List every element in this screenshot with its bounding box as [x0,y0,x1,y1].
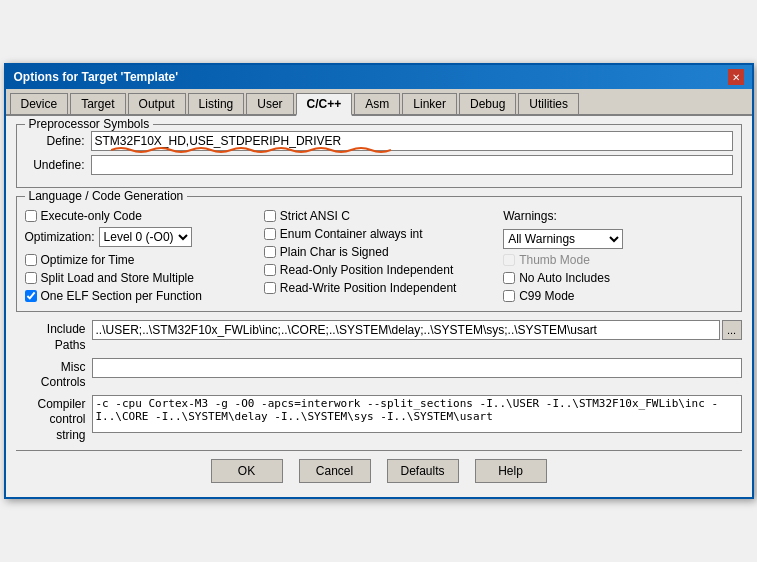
split-load-row: Split Load and Store Multiple [25,271,254,285]
split-load-checkbox[interactable] [25,272,37,284]
read-only-pos-row: Read-Only Position Independent [264,263,493,277]
tab-listing[interactable]: Listing [188,93,245,114]
plain-char-row: Plain Char is Signed [264,245,493,259]
c99-mode-checkbox[interactable] [503,290,515,302]
one-elf-label: One ELF Section per Function [41,289,202,303]
include-paths-input[interactable] [92,320,720,340]
no-auto-includes-checkbox[interactable] [503,272,515,284]
tab-user[interactable]: User [246,93,293,114]
close-button[interactable]: ✕ [728,69,744,85]
include-paths-row: IncludePaths ... [16,320,742,353]
preprocessor-group: Preprocessor Symbols Define: Undefine: [16,124,742,188]
thumb-mode-label: Thumb Mode [519,253,590,267]
c99-mode-row: C99 Mode [503,289,732,303]
tab-bar: Device Target Output Listing User C/C++ … [6,89,752,116]
misc-controls-input[interactable] [92,358,742,378]
compiler-control-label: Compilercontrolstring [16,395,86,444]
compiler-control-textarea[interactable]: -c -cpu Cortex-M3 -g -O0 -apcs=interwork… [92,395,742,433]
defaults-button[interactable]: Defaults [387,459,459,483]
help-button[interactable]: Help [475,459,547,483]
execute-only-label: Execute-only Code [41,209,142,223]
include-paths-browse-button[interactable]: ... [722,320,742,340]
define-label: Define: [25,134,85,148]
compiler-control-row: Compilercontrolstring -c -cpu Cortex-M3 … [16,395,742,444]
left-column: Execute-only Code Optimization: Level 0 … [25,209,254,303]
warnings-select-row: All Warnings No Warnings [503,229,732,249]
thumb-mode-row: Thumb Mode [503,253,732,267]
dialog-title: Options for Target 'Template' [14,70,179,84]
execute-only-checkbox[interactable] [25,210,37,222]
misc-controls-label: MiscControls [16,358,86,391]
optimization-label: Optimization: [25,230,95,244]
optimization-select[interactable]: Level 0 (-O0) Level 1 (-O1) Level 2 (-O2… [99,227,192,247]
tab-output[interactable]: Output [128,93,186,114]
read-only-pos-label: Read-Only Position Independent [280,263,453,277]
content-area: Preprocessor Symbols Define: Undefine: L… [6,116,752,496]
optimize-time-row: Optimize for Time [25,253,254,267]
misc-controls-input-wrap [92,358,742,378]
mid-column: Strict ANSI C Enum Container always int … [264,209,493,303]
optimization-row: Optimization: Level 0 (-O0) Level 1 (-O1… [25,227,254,247]
enum-container-row: Enum Container always int [264,227,493,241]
undefine-row: Undefine: [25,155,733,175]
misc-controls-row: MiscControls [16,358,742,391]
tab-device[interactable]: Device [10,93,69,114]
plain-char-checkbox[interactable] [264,246,276,258]
include-paths-input-wrap: ... [92,320,742,340]
undefine-input[interactable] [91,155,733,175]
read-write-pos-checkbox[interactable] [264,282,276,294]
no-auto-includes-label: No Auto Includes [519,271,610,285]
thumb-mode-checkbox[interactable] [503,254,515,266]
tab-utilities[interactable]: Utilities [518,93,579,114]
warnings-label: Warnings: [503,209,732,223]
execute-only-row: Execute-only Code [25,209,254,223]
define-input[interactable] [91,131,733,151]
lang-group-title: Language / Code Generation [25,189,188,203]
title-bar: Options for Target 'Template' ✕ [6,65,752,89]
warnings-select[interactable]: All Warnings No Warnings [503,229,623,249]
enum-container-checkbox[interactable] [264,228,276,240]
no-auto-includes-row: No Auto Includes [503,271,732,285]
one-elf-row: One ELF Section per Function [25,289,254,303]
dialog: Options for Target 'Template' ✕ Device T… [4,63,754,498]
plain-char-label: Plain Char is Signed [280,245,389,259]
compiler-control-input-wrap: -c -cpu Cortex-M3 -g -O0 -apcs=interwork… [92,395,742,433]
button-bar: OK Cancel Defaults Help [16,450,742,489]
read-write-pos-label: Read-Write Position Independent [280,281,457,295]
tab-asm[interactable]: Asm [354,93,400,114]
tab-target[interactable]: Target [70,93,125,114]
preprocessor-group-title: Preprocessor Symbols [25,117,154,131]
read-only-pos-checkbox[interactable] [264,264,276,276]
right-column: Warnings: All Warnings No Warnings Thumb… [503,209,732,303]
strict-ansi-row: Strict ANSI C [264,209,493,223]
ok-button[interactable]: OK [211,459,283,483]
enum-container-label: Enum Container always int [280,227,423,241]
cancel-button[interactable]: Cancel [299,459,371,483]
optimize-time-label: Optimize for Time [41,253,135,267]
strict-ansi-checkbox[interactable] [264,210,276,222]
tab-linker[interactable]: Linker [402,93,457,114]
tab-cpp[interactable]: C/C++ [296,93,353,116]
include-paths-label: IncludePaths [16,320,86,353]
c99-mode-label: C99 Mode [519,289,574,303]
define-input-wrap [91,131,733,151]
optimize-time-checkbox[interactable] [25,254,37,266]
tab-debug[interactable]: Debug [459,93,516,114]
define-row: Define: [25,131,733,151]
lang-group: Language / Code Generation Execute-only … [16,196,742,312]
strict-ansi-label: Strict ANSI C [280,209,350,223]
read-write-pos-row: Read-Write Position Independent [264,281,493,295]
bottom-section: IncludePaths ... MiscControls Compilerco… [16,320,742,443]
lang-columns: Execute-only Code Optimization: Level 0 … [25,209,733,303]
undefine-label: Undefine: [25,158,85,172]
split-load-label: Split Load and Store Multiple [41,271,194,285]
one-elf-checkbox[interactable] [25,290,37,302]
